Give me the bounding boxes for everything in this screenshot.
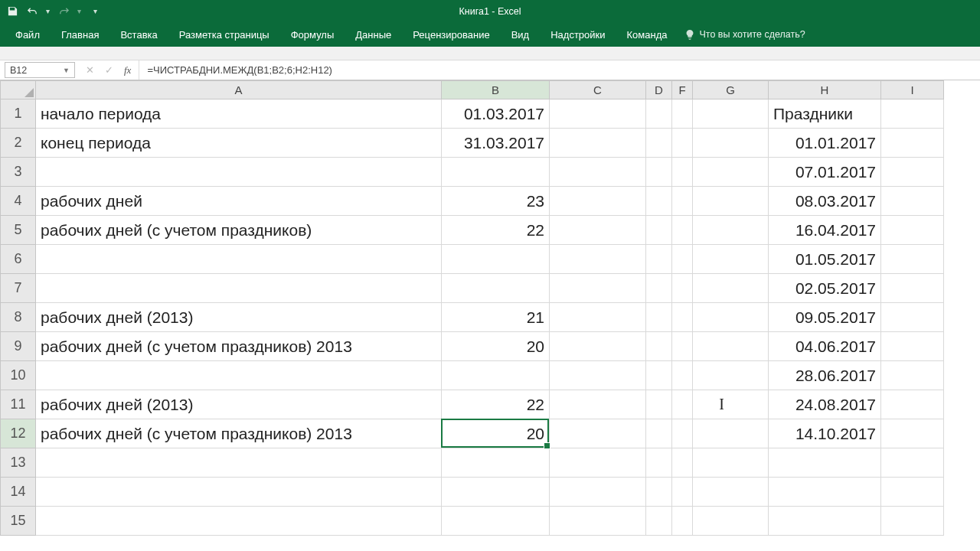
cell-A15[interactable] — [36, 507, 442, 536]
name-box[interactable]: B12 ▼ — [5, 62, 75, 78]
cell-F12[interactable] — [672, 419, 693, 448]
cell-D12[interactable] — [646, 419, 672, 448]
cell-C11[interactable] — [550, 390, 646, 419]
cell-A3[interactable] — [36, 158, 442, 187]
cell-F13[interactable] — [672, 448, 693, 478]
row-header-5[interactable]: 5 — [1, 216, 36, 245]
column-header-C[interactable]: C — [550, 81, 646, 99]
cell-D1[interactable] — [646, 99, 672, 129]
name-box-dropdown-icon[interactable]: ▼ — [63, 67, 70, 74]
row-header-10[interactable]: 10 — [1, 361, 36, 390]
cell-C4[interactable] — [550, 187, 646, 216]
cell-A10[interactable] — [36, 361, 442, 390]
cell-G8[interactable] — [693, 303, 769, 332]
row-header-3[interactable]: 3 — [1, 158, 36, 187]
column-header-D[interactable]: D — [646, 81, 672, 99]
row-header-4[interactable]: 4 — [1, 187, 36, 216]
cell-I4[interactable] — [881, 187, 944, 216]
cell-F14[interactable] — [672, 478, 693, 507]
cell-I11[interactable] — [881, 390, 944, 419]
cell-H3[interactable]: 07.01.2017 — [769, 158, 881, 187]
cell-I14[interactable] — [881, 478, 944, 507]
redo-icon[interactable] — [57, 5, 70, 18]
cell-G1[interactable] — [693, 99, 769, 129]
cell-G12[interactable] — [693, 419, 769, 448]
cell-H14[interactable] — [769, 478, 881, 507]
qat-customize-icon[interactable]: ▾ — [93, 7, 97, 15]
cell-G15[interactable] — [693, 507, 769, 536]
cell-D6[interactable] — [646, 245, 672, 274]
cell-C15[interactable] — [550, 507, 646, 536]
cell-D5[interactable] — [646, 216, 672, 245]
cell-H4[interactable]: 08.03.2017 — [769, 187, 881, 216]
cell-G13[interactable] — [693, 448, 769, 478]
row-header-8[interactable]: 8 — [1, 303, 36, 332]
cell-I6[interactable] — [881, 245, 944, 274]
cell-B4[interactable]: 23 — [442, 187, 550, 216]
cell-A2[interactable]: конец периода — [36, 129, 442, 158]
cell-C8[interactable] — [550, 303, 646, 332]
tab-file[interactable]: Файл — [5, 22, 51, 47]
row-header-7[interactable]: 7 — [1, 274, 36, 303]
row-header-2[interactable]: 2 — [1, 129, 36, 158]
cell-B2[interactable]: 31.03.2017 — [442, 129, 550, 158]
enter-formula-icon[interactable]: ✓ — [105, 64, 113, 76]
cell-C12[interactable] — [550, 419, 646, 448]
cell-D10[interactable] — [646, 361, 672, 390]
cell-F10[interactable] — [672, 361, 693, 390]
cell-H9[interactable]: 04.06.2017 — [769, 332, 881, 361]
tab-page-layout[interactable]: Разметка страницы — [168, 22, 280, 47]
cell-C2[interactable] — [550, 129, 646, 158]
cell-G14[interactable] — [693, 478, 769, 507]
cell-A5[interactable]: рабочих дней (с учетом праздников) — [36, 216, 442, 245]
cell-B10[interactable] — [442, 361, 550, 390]
cell-B9[interactable]: 20 — [442, 332, 550, 361]
cell-A4[interactable]: рабочих дней — [36, 187, 442, 216]
cell-F15[interactable] — [672, 507, 693, 536]
cell-A9[interactable]: рабочих дней (с учетом праздников) 2013 — [36, 332, 442, 361]
cell-A14[interactable] — [36, 478, 442, 507]
cell-H10[interactable]: 28.06.2017 — [769, 361, 881, 390]
cell-G6[interactable] — [693, 245, 769, 274]
cell-C14[interactable] — [550, 478, 646, 507]
cell-H1[interactable]: Праздники — [769, 99, 881, 129]
cell-H5[interactable]: 16.04.2017 — [769, 216, 881, 245]
fx-icon[interactable]: fx — [124, 64, 131, 77]
cell-B5[interactable]: 22 — [442, 216, 550, 245]
cell-B12[interactable]: 20 — [442, 419, 550, 448]
cell-F6[interactable] — [672, 245, 693, 274]
cell-D9[interactable] — [646, 332, 672, 361]
cell-G2[interactable] — [693, 129, 769, 158]
tab-home[interactable]: Главная — [51, 22, 109, 47]
cell-G5[interactable] — [693, 216, 769, 245]
tab-team[interactable]: Команда — [616, 22, 678, 47]
redo-dropdown-icon[interactable]: ▾ — [77, 7, 81, 15]
cell-I3[interactable] — [881, 158, 944, 187]
cell-H7[interactable]: 02.05.2017 — [769, 274, 881, 303]
cell-C5[interactable] — [550, 216, 646, 245]
row-header-14[interactable]: 14 — [1, 478, 36, 507]
cell-D13[interactable] — [646, 448, 672, 478]
cell-F3[interactable] — [672, 158, 693, 187]
cell-A8[interactable]: рабочих дней (2013) — [36, 303, 442, 332]
column-header-A[interactable]: A — [36, 81, 442, 99]
cell-F5[interactable] — [672, 216, 693, 245]
cell-D14[interactable] — [646, 478, 672, 507]
column-header-G[interactable]: G — [693, 81, 769, 99]
cell-D11[interactable] — [646, 390, 672, 419]
tab-formulas[interactable]: Формулы — [280, 22, 345, 47]
cell-C6[interactable] — [550, 245, 646, 274]
cell-H11[interactable]: 24.08.2017 — [769, 390, 881, 419]
cell-H2[interactable]: 01.01.2017 — [769, 129, 881, 158]
tab-data[interactable]: Данные — [345, 22, 402, 47]
cell-H6[interactable]: 01.05.2017 — [769, 245, 881, 274]
cell-B13[interactable] — [442, 448, 550, 478]
cell-F8[interactable] — [672, 303, 693, 332]
tab-review[interactable]: Рецензирование — [402, 22, 500, 47]
save-icon[interactable] — [6, 5, 18, 18]
undo-icon[interactable] — [26, 5, 38, 18]
cell-B7[interactable] — [442, 274, 550, 303]
cell-B8[interactable]: 21 — [442, 303, 550, 332]
column-header-F[interactable]: F — [672, 81, 693, 99]
tab-insert[interactable]: Вставка — [109, 22, 168, 47]
